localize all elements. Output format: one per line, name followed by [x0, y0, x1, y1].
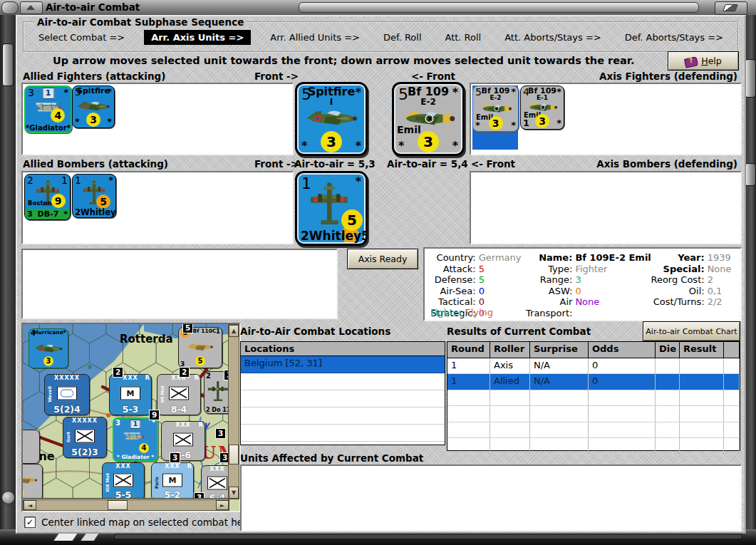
location-row-empty[interactable] [241, 425, 445, 442]
allied-fighters-panel[interactable]: 3 1 * 4 *Gladiator* 5 Spitfire * * 3 * [21, 83, 294, 155]
center-map-checkbox[interactable]: ✓ [24, 517, 36, 528]
units-affected-panel[interactable] [240, 464, 742, 531]
front-arrow-label: Front -> [254, 71, 299, 82]
unit-nickname: Boston [28, 199, 51, 207]
unit-counter-bf109e2[interactable]: 5 Bf 109 E-2 * Emil * 3 * [472, 85, 519, 132]
restore-icon[interactable] [20, 1, 43, 14]
result-cell-selected[interactable]: Allied [490, 374, 530, 390]
special-value: None [708, 264, 734, 275]
units-affected-title: Units Affected by Current Combat [240, 452, 423, 464]
value-disc: 3 [489, 116, 503, 130]
system-menu-icon[interactable] [1, 1, 19, 14]
results-panel-title: Results of Current Combat [447, 326, 591, 337]
subphase-group-title: Air-to-air Combat Subphase Sequence [34, 16, 247, 28]
map-counter-partial-plane[interactable]: 3 [23, 464, 43, 498]
map-counter-5-3[interactable]: XXX R M 5-3 [109, 374, 152, 415]
scrollbar-thumb[interactable] [745, 163, 756, 186]
marker: * [452, 139, 458, 152]
unit-counter-bf109e1[interactable]: 4 Bf 109 E-1 * Emil 1 3 * [520, 85, 564, 130]
result-cell-selected[interactable]: 0 [589, 374, 656, 390]
phase-arr-allied-units: Arr. Allied Units => [266, 31, 364, 44]
selected-axis-fighter-bf109[interactable]: 5 Bf 109 E-2 * Emil * 3 * [392, 82, 465, 156]
value-disc: 3 [86, 113, 100, 127]
locations-header: Locations [241, 342, 445, 356]
map-viewport[interactable]: Rotterda ntw Dy BELGIUM ogne uen E s ⚓ 4… [23, 324, 228, 498]
close-icon[interactable] [715, 1, 747, 15]
result-cell-selected[interactable]: N/A [530, 374, 589, 390]
result-cell[interactable]: 1 [447, 358, 490, 375]
map-counter-8-6[interactable]: XXX R 8-6 [161, 421, 205, 461]
map-hscroll-thumb[interactable] [108, 500, 128, 510]
results-table[interactable]: Round Roller Surprise Odds Die Result 1 … [447, 341, 740, 451]
map-vscroll-thumb[interactable] [229, 445, 239, 464]
window-titlebar: Air-to-air Combat [0, 0, 756, 16]
unit-counter-whitley[interactable]: 1 * 5 2 Whitley 5 [72, 174, 116, 218]
selected-allied-bomber-whitley[interactable]: 1 * 5 2 Whitley 5 [295, 171, 368, 246]
marker: * [452, 85, 458, 99]
whitley-bottom: 2 Whitley 5 [73, 207, 115, 217]
scrollbar-thumb[interactable] [745, 59, 756, 98]
result-cell-selected[interactable] [656, 374, 680, 390]
allied-bombers-panel[interactable]: 2 1 Boston 9 3 DB-7 * 1 * 5 2 Whitley [21, 171, 294, 244]
map-vertical-scrollbar[interactable]: ▲ ▼ [228, 324, 239, 499]
strength: 2 [27, 175, 33, 186]
axis-bombers-panel[interactable] [470, 171, 742, 244]
unit-counter-spitfire[interactable]: 5 Spitfire * * 3 * [72, 85, 115, 128]
strength: 2 [75, 207, 81, 217]
attack-value: 5 [479, 264, 523, 275]
marker: * [356, 175, 361, 188]
selected-allied-fighter-spitfire[interactable]: 5 Spitfire I * * 3 * [295, 82, 368, 156]
phase-def-roll: Def. Roll [379, 31, 426, 44]
help-button[interactable]: Help [668, 51, 739, 71]
result-cell[interactable]: N/A [530, 358, 589, 375]
map-counter-6-4[interactable]: XXX 6-4 [201, 465, 228, 498]
parent-vertical-scrollbar-left[interactable] [0, 15, 16, 545]
map-counter-partial-610[interactable]: 610 [23, 430, 40, 464]
map-counter-5-5[interactable]: XXX XIX Mot 5-5 [102, 462, 145, 498]
map-scroll-up-icon[interactable]: ▲ [229, 325, 239, 337]
help-book-icon [685, 56, 697, 66]
scrollbar-thumb[interactable] [2, 43, 14, 86]
linked-map[interactable]: Rotterda ntw Dy BELGIUM ogne uen E s ⚓ 4… [21, 323, 241, 512]
map-counter-5-2-3[interactable]: XXXXX Gort 5(2)3 [63, 417, 107, 458]
location-row-empty[interactable] [241, 373, 445, 390]
axis-ready-button[interactable]: Axis Ready [347, 249, 418, 269]
map-counter-hurricane[interactable]: 4 Hurricane * 3 [29, 328, 68, 368]
map-counter-5-2-4[interactable]: XXXXX Wavell 5(2)4 [44, 374, 90, 415]
map-horizontal-scrollbar[interactable]: ◄ ► [23, 499, 229, 511]
result-cell[interactable]: 0 [589, 358, 656, 375]
unit-counter-boston-db7[interactable]: 2 1 Boston 9 3 DB-7 * [24, 174, 71, 220]
phase-att-roll: Att. Roll [440, 31, 485, 44]
marker: * [108, 175, 113, 185]
map-scroll-right-icon[interactable]: ► [216, 500, 229, 510]
hex-stack-badge: 5 [182, 324, 193, 333]
map-counter-gladiator[interactable]: 3 1 * 4 * Gladiator * [113, 417, 158, 462]
map-scroll-left-icon[interactable]: ◄ [24, 500, 36, 510]
window-title: Air-to-air Combat [46, 1, 140, 13]
result-cell[interactable]: Axis [490, 358, 530, 375]
locations-list[interactable]: Locations Belgium [52, 31] [240, 341, 445, 445]
location-row-belgium[interactable]: Belgium [52, 31] [241, 356, 445, 373]
unit-name: Whitley [81, 207, 116, 217]
unit-name: DB-7 [38, 209, 59, 219]
map-scroll-down-icon[interactable]: ▼ [229, 487, 239, 499]
map-counter-8-4[interactable]: XXX R VII Mot 8-4 [157, 374, 201, 415]
result-cell-selected[interactable] [680, 374, 724, 390]
phase-def-aborts: Def. Aborts/Stays => [621, 31, 727, 44]
unit-info-col3: Year:1939 Special:None Reorg Cost:2 Oil:… [648, 252, 734, 316]
combat-chart-button[interactable]: Air-to-air Combat Chart [643, 321, 740, 341]
unit-counter-gladiator[interactable]: 3 1 * 4 *Gladiator* [24, 85, 72, 133]
result-cell[interactable] [656, 358, 680, 375]
axis-fighters-panel[interactable]: 5 Bf 109 E-2 * Emil * 3 * 4 Bf 109 E-1 *… [470, 83, 742, 155]
unit-status-line: Fighter Flying [430, 307, 493, 318]
whitley-bottom: 2 Whitley 5 [297, 229, 366, 243]
map-counter-5-2[interactable]: XXX R Paris M 5-2 [151, 462, 194, 498]
location-row-empty[interactable] [241, 408, 445, 425]
location-row-empty[interactable] [241, 390, 445, 408]
result-cell[interactable] [680, 358, 724, 375]
scroll-knob[interactable] [1, 491, 15, 504]
type-value: Fighter [575, 264, 651, 275]
marker: * [356, 85, 361, 99]
reserve-panel[interactable] [21, 249, 338, 319]
result-cell-selected[interactable]: 1 [447, 374, 490, 390]
